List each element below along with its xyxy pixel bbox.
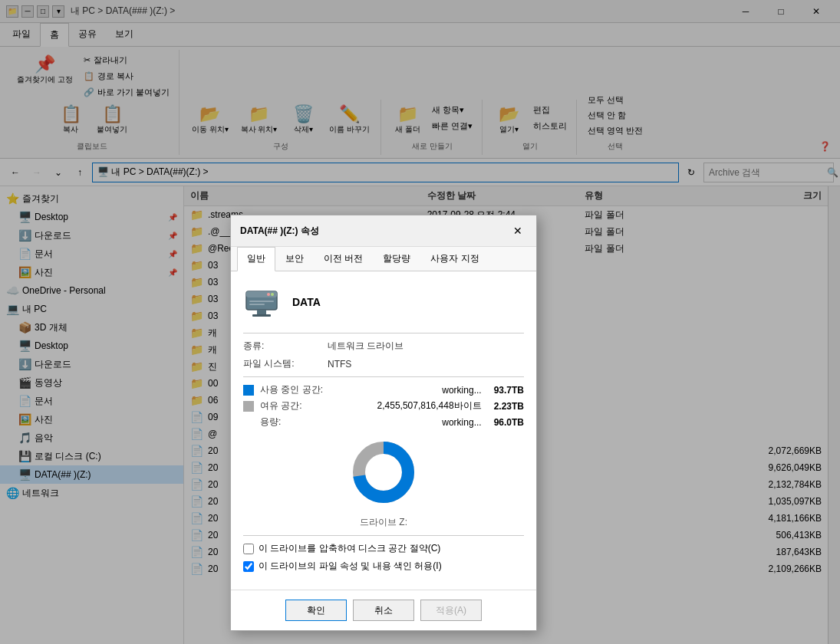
used-bytes: working... [351, 385, 482, 396]
capacity-spacer [243, 417, 254, 428]
dialog-body: DATA 종류: 네트워크 드라이브 파일 시스템: NTFS 사용 중인 공간… [231, 271, 536, 590]
dialog-tab-previous[interactable]: 이전 버전 [314, 247, 373, 271]
index-checkbox-row: 이 드라이브의 파일 속성 및 내용 색인 허용(I) [243, 560, 524, 573]
used-label: 사용 중인 공간: [260, 383, 344, 396]
type-row: 종류: 네트워크 드라이브 [243, 340, 524, 353]
index-checkbox[interactable] [243, 561, 254, 572]
fs-value: NTFS [328, 359, 524, 370]
sep2 [243, 376, 524, 377]
properties-dialog: DATA(## )(Z:) 속성 ✕ 일반 보안 이전 버전 할당량 사용자 지… [230, 215, 537, 631]
type-label: 종류: [243, 340, 328, 353]
dialog-footer: 확인 취소 적용(A) [231, 590, 536, 630]
drive-svg [243, 284, 280, 320]
used-space-row: 사용 중인 공간: working... 93.7TB [243, 383, 524, 396]
svg-rect-6 [257, 310, 266, 314]
svg-point-2 [271, 293, 274, 296]
compress-checkbox-row: 이 드라이브를 압축하여 디스크 공간 절약(C) [243, 542, 524, 555]
svg-rect-5 [249, 304, 265, 305]
ok-button[interactable]: 확인 [285, 600, 347, 621]
svg-rect-4 [249, 301, 274, 302]
drive-name: DATA [292, 296, 321, 308]
fs-label: 파일 시스템: [243, 357, 328, 370]
free-color-box [243, 401, 254, 412]
drive-icon [243, 284, 280, 320]
used-size: 93.7TB [494, 385, 524, 396]
svg-point-3 [267, 293, 270, 296]
free-label: 여유 공간: [260, 399, 344, 412]
dialog-tab-custom[interactable]: 사용자 지정 [420, 247, 489, 271]
index-label[interactable]: 이 드라이브의 파일 속성 및 내용 색인 허용(I) [259, 560, 442, 573]
dialog-chart [243, 438, 524, 507]
apply-button[interactable]: 적용(A) [420, 600, 482, 621]
fs-row: 파일 시스템: NTFS [243, 357, 524, 370]
drive-label-text: 드라이브 Z: [243, 516, 524, 529]
dialog-tab-quota[interactable]: 할당량 [373, 247, 420, 271]
compress-label[interactable]: 이 드라이브를 압축하여 디스크 공간 절약(C) [259, 542, 440, 555]
dialog-tab-security[interactable]: 보안 [275, 247, 314, 271]
svg-rect-7 [252, 314, 271, 317]
capacity-bytes: working... [351, 417, 482, 428]
used-color-box [243, 385, 254, 396]
cancel-button[interactable]: 취소 [353, 600, 414, 621]
sep3 [243, 535, 524, 536]
sep1 [243, 333, 524, 334]
free-size: 2.23TB [494, 401, 524, 412]
compress-checkbox[interactable] [243, 544, 254, 554]
capacity-size: 96.0TB [494, 417, 524, 428]
donut-chart [349, 438, 418, 507]
capacity-label: 용량: [260, 416, 344, 429]
dialog-drive-row: DATA [243, 284, 524, 320]
dialog-tabs: 일반 보안 이전 버전 할당량 사용자 지정 [231, 247, 536, 271]
dialog-titlebar: DATA(## )(Z:) 속성 ✕ [231, 215, 536, 247]
dialog-close-button[interactable]: ✕ [509, 222, 527, 240]
dialog-title: DATA(## )(Z:) 속성 [240, 225, 509, 238]
type-value: 네트워크 드라이브 [328, 340, 524, 353]
capacity-row: 용량: working... 96.0TB [243, 416, 524, 429]
free-space-row: 여유 공간: 2,455,507,816,448바이트 2.23TB [243, 399, 524, 412]
free-bytes: 2,455,507,816,448바이트 [351, 399, 482, 412]
dialog-tab-general[interactable]: 일반 [237, 247, 275, 271]
svg-point-10 [366, 455, 401, 490]
